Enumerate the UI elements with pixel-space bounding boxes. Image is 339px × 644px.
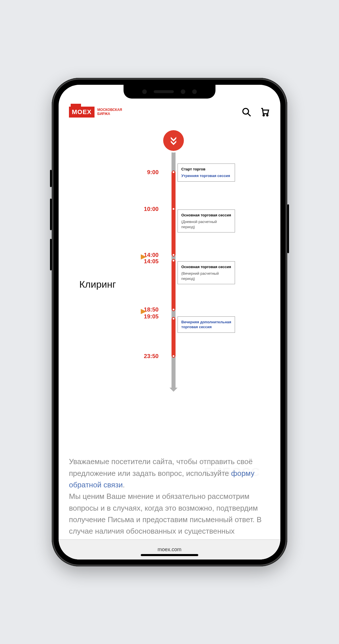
side-button (50, 170, 52, 187)
svg-point-2 (263, 115, 264, 116)
card-link[interactable]: Утренняя торговая сессия (181, 173, 231, 178)
address-text: moex.com (157, 547, 181, 553)
browser-address-bar[interactable]: moex.com (59, 539, 280, 560)
footer-text: Уважаемые посетители сайта, чтобы отправ… (59, 450, 280, 539)
timeline-card[interactable]: Основная торговая сессия (Вечерний расче… (178, 261, 235, 284)
timeline-card[interactable]: Вечерняя дополнительная торговая сессия (178, 316, 235, 333)
card-title: Основная торговая сессия (181, 213, 231, 218)
time-label: 23:50 (144, 353, 159, 359)
card-sub: (Дневной расчетный период) (181, 219, 231, 229)
timeline-container: 9:00 10:00 14:00 14:05 18:50 19:05 23:50… (59, 123, 280, 450)
start-marker (163, 130, 184, 151)
logo-line1: МОСКОВСКАЯ (97, 108, 122, 112)
timeline-segment-red (172, 172, 176, 255)
header-icons (241, 107, 270, 117)
side-button (287, 204, 289, 253)
period: . (123, 480, 125, 489)
timeline-axis (172, 141, 176, 388)
svg-point-3 (267, 115, 268, 116)
phone-frame: MOEX МОСКОВСКАЯ БИРЖА (52, 78, 287, 566)
page-content[interactable]: MOEX МОСКОВСКАЯ БИРЖА (59, 85, 280, 539)
card-title: Старт торгов (181, 167, 231, 172)
search-icon[interactable] (241, 107, 252, 117)
timeline-segment-red (172, 261, 176, 309)
notch (124, 85, 215, 99)
chevron-down-icon (170, 388, 178, 392)
clearing-label: Клиринг (79, 278, 116, 290)
svg-marker-7 (141, 309, 147, 314)
timeline: 9:00 10:00 14:00 14:05 18:50 19:05 23:50… (69, 141, 270, 388)
home-indicator[interactable] (141, 554, 198, 556)
timeline-dot (172, 253, 175, 257)
timeline-dot (172, 354, 175, 358)
side-button (50, 199, 52, 230)
card-sub: (Вечерний расчетный период) (181, 271, 231, 281)
timeline-dot (172, 317, 175, 320)
timeline-dot (172, 207, 175, 211)
arrow-right-icon (92, 309, 147, 314)
timeline-card[interactable]: Основная торговая сессия (Дневной расчет… (178, 209, 235, 233)
timeline-dot (172, 259, 175, 262)
screen: MOEX МОСКОВСКАЯ БИРЖА (59, 85, 280, 560)
time-label: 10:00 (144, 205, 159, 212)
arrow-right-icon (92, 254, 147, 259)
logo-line2: БИРЖА (97, 112, 122, 116)
footer-line1: Уважаемые посетители сайта, чтобы отправ… (69, 457, 253, 477)
svg-point-0 (243, 108, 249, 114)
site-header: MOEX МОСКОВСКАЯ БИРЖА (59, 102, 280, 123)
svg-line-1 (248, 113, 251, 116)
side-button (50, 239, 52, 270)
cart-icon[interactable] (260, 107, 270, 117)
svg-marker-5 (141, 254, 147, 259)
moex-logo[interactable]: MOEX МОСКОВСКАЯ БИРЖА (69, 107, 122, 118)
logo-mark: MOEX (69, 107, 95, 118)
card-title: Основная торговая сессия (181, 264, 231, 270)
footer-line2: Мы ценим Ваше мнение и обязательно рассм… (69, 492, 262, 535)
timeline-card[interactable]: Старт торгов Утренняя торговая сессия (178, 164, 235, 182)
timeline-dot (172, 308, 175, 311)
timeline-segment-red (172, 319, 176, 356)
logo-text: МОСКОВСКАЯ БИРЖА (97, 108, 122, 116)
card-link[interactable]: Вечерняя дополнительная торговая сессия (181, 320, 231, 330)
time-label: 9:00 (147, 169, 159, 175)
timeline-dot (172, 170, 175, 174)
